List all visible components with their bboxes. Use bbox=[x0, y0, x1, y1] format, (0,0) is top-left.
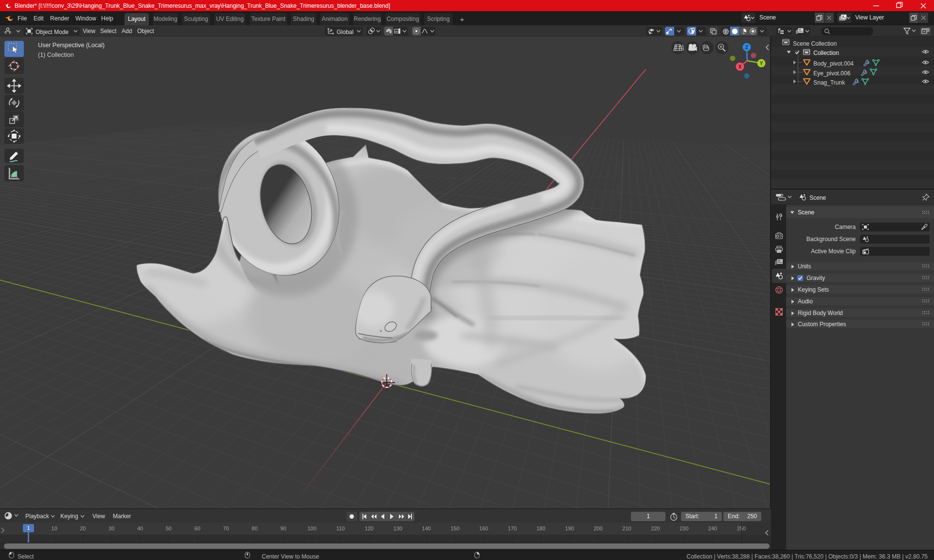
svg-text:Y: Y bbox=[760, 61, 763, 66]
svg-text:Z: Z bbox=[745, 45, 748, 50]
svg-text:(1) Collection: (1) Collection bbox=[38, 52, 74, 58]
svg-text:X: X bbox=[738, 64, 742, 70]
svg-text:User Perspective (Local): User Perspective (Local) bbox=[38, 42, 105, 49]
